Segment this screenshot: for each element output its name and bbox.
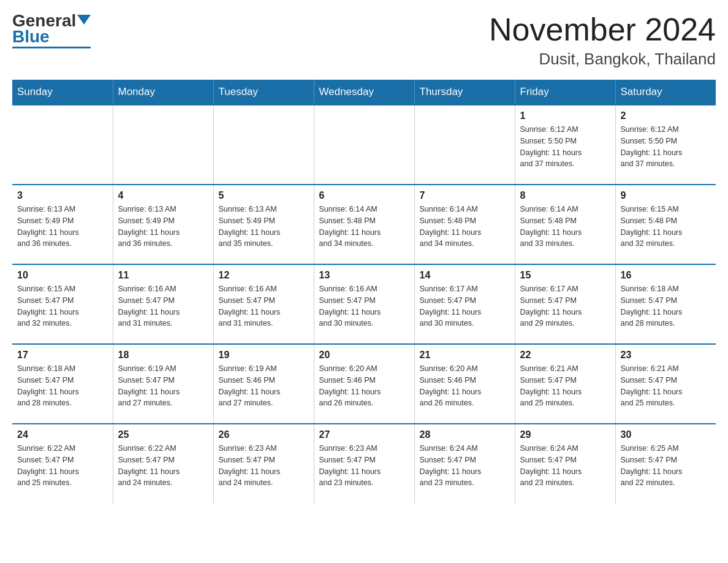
calendar-cell: 1Sunrise: 6:12 AM Sunset: 5:50 PM Daylig… xyxy=(515,105,615,185)
day-number: 19 xyxy=(219,350,309,361)
day-number: 18 xyxy=(118,350,208,361)
calendar-cell: 9Sunrise: 6:15 AM Sunset: 5:48 PM Daylig… xyxy=(615,185,716,264)
logo-underline xyxy=(12,47,91,48)
calendar-cell: 30Sunrise: 6:25 AM Sunset: 5:47 PM Dayli… xyxy=(615,424,716,504)
calendar-cell: 10Sunrise: 6:15 AM Sunset: 5:47 PM Dayli… xyxy=(12,264,113,344)
calendar-cell: 24Sunrise: 6:22 AM Sunset: 5:47 PM Dayli… xyxy=(12,424,113,504)
weekday-header-saturday: Saturday xyxy=(615,80,716,105)
calendar-week-row: 24Sunrise: 6:22 AM Sunset: 5:47 PM Dayli… xyxy=(12,424,716,504)
calendar-cell: 25Sunrise: 6:22 AM Sunset: 5:47 PM Dayli… xyxy=(113,424,213,504)
calendar-cell: 26Sunrise: 6:23 AM Sunset: 5:47 PM Dayli… xyxy=(213,424,314,504)
weekday-header-wednesday: Wednesday xyxy=(314,80,414,105)
calendar-cell: 16Sunrise: 6:18 AM Sunset: 5:47 PM Dayli… xyxy=(615,264,716,344)
calendar-cell: 22Sunrise: 6:21 AM Sunset: 5:47 PM Dayli… xyxy=(515,344,615,424)
day-number: 9 xyxy=(621,190,711,201)
logo-blue-text: Blue xyxy=(12,28,50,45)
calendar-cell xyxy=(414,105,515,185)
day-sun-info: Sunrise: 6:13 AM Sunset: 5:49 PM Dayligh… xyxy=(118,204,208,250)
title-block: November 2024 Dusit, Bangkok, Thailand xyxy=(489,12,716,69)
day-sun-info: Sunrise: 6:19 AM Sunset: 5:46 PM Dayligh… xyxy=(219,363,309,409)
day-number: 3 xyxy=(17,190,108,201)
day-number: 17 xyxy=(17,350,108,361)
weekday-header-friday: Friday xyxy=(515,80,615,105)
day-number: 29 xyxy=(520,429,610,440)
calendar-table: SundayMondayTuesdayWednesdayThursdayFrid… xyxy=(12,80,716,504)
day-sun-info: Sunrise: 6:15 AM Sunset: 5:48 PM Dayligh… xyxy=(621,204,711,250)
calendar-cell xyxy=(113,105,213,185)
day-number: 5 xyxy=(219,190,309,201)
calendar-cell: 21Sunrise: 6:20 AM Sunset: 5:46 PM Dayli… xyxy=(414,344,515,424)
calendar-cell: 28Sunrise: 6:24 AM Sunset: 5:47 PM Dayli… xyxy=(414,424,515,504)
day-number: 4 xyxy=(118,190,208,201)
svg-marker-0 xyxy=(77,15,91,25)
day-number: 2 xyxy=(621,110,711,121)
day-sun-info: Sunrise: 6:13 AM Sunset: 5:49 PM Dayligh… xyxy=(219,204,309,250)
calendar-cell: 8Sunrise: 6:14 AM Sunset: 5:48 PM Daylig… xyxy=(515,185,615,264)
calendar-week-row: 1Sunrise: 6:12 AM Sunset: 5:50 PM Daylig… xyxy=(12,105,716,185)
day-sun-info: Sunrise: 6:20 AM Sunset: 5:46 PM Dayligh… xyxy=(420,363,510,409)
day-sun-info: Sunrise: 6:22 AM Sunset: 5:47 PM Dayligh… xyxy=(118,443,208,489)
calendar-cell: 6Sunrise: 6:14 AM Sunset: 5:48 PM Daylig… xyxy=(314,185,414,264)
calendar-cell: 17Sunrise: 6:18 AM Sunset: 5:47 PM Dayli… xyxy=(12,344,113,424)
calendar-cell: 13Sunrise: 6:16 AM Sunset: 5:47 PM Dayli… xyxy=(314,264,414,344)
day-number: 11 xyxy=(118,270,208,281)
day-number: 25 xyxy=(118,429,208,440)
calendar-cell: 27Sunrise: 6:23 AM Sunset: 5:47 PM Dayli… xyxy=(314,424,414,504)
day-sun-info: Sunrise: 6:21 AM Sunset: 5:47 PM Dayligh… xyxy=(621,363,711,409)
day-sun-info: Sunrise: 6:16 AM Sunset: 5:47 PM Dayligh… xyxy=(319,283,409,329)
day-number: 23 xyxy=(621,350,711,361)
location-title: Dusit, Bangkok, Thailand xyxy=(489,50,716,69)
calendar-cell: 20Sunrise: 6:20 AM Sunset: 5:46 PM Dayli… xyxy=(314,344,414,424)
day-sun-info: Sunrise: 6:14 AM Sunset: 5:48 PM Dayligh… xyxy=(319,204,409,250)
calendar-cell: 29Sunrise: 6:24 AM Sunset: 5:47 PM Dayli… xyxy=(515,424,615,504)
calendar-cell: 7Sunrise: 6:14 AM Sunset: 5:48 PM Daylig… xyxy=(414,185,515,264)
weekday-header-sunday: Sunday xyxy=(12,80,113,105)
day-number: 16 xyxy=(621,270,711,281)
day-sun-info: Sunrise: 6:19 AM Sunset: 5:47 PM Dayligh… xyxy=(118,363,208,409)
day-sun-info: Sunrise: 6:12 AM Sunset: 5:50 PM Dayligh… xyxy=(520,124,610,170)
calendar-cell: 5Sunrise: 6:13 AM Sunset: 5:49 PM Daylig… xyxy=(213,185,314,264)
day-number: 12 xyxy=(219,270,309,281)
calendar-week-row: 3Sunrise: 6:13 AM Sunset: 5:49 PM Daylig… xyxy=(12,185,716,264)
day-number: 22 xyxy=(520,350,610,361)
day-sun-info: Sunrise: 6:18 AM Sunset: 5:47 PM Dayligh… xyxy=(621,283,711,329)
logo-triangle-icon xyxy=(77,15,91,27)
calendar-cell: 3Sunrise: 6:13 AM Sunset: 5:49 PM Daylig… xyxy=(12,185,113,264)
day-sun-info: Sunrise: 6:14 AM Sunset: 5:48 PM Dayligh… xyxy=(420,204,510,250)
day-sun-info: Sunrise: 6:20 AM Sunset: 5:46 PM Dayligh… xyxy=(319,363,409,409)
day-number: 6 xyxy=(319,190,409,201)
day-number: 13 xyxy=(319,270,409,281)
day-number: 24 xyxy=(17,429,108,440)
calendar-cell: 18Sunrise: 6:19 AM Sunset: 5:47 PM Dayli… xyxy=(113,344,213,424)
day-sun-info: Sunrise: 6:14 AM Sunset: 5:48 PM Dayligh… xyxy=(520,204,610,250)
calendar-cell: 15Sunrise: 6:17 AM Sunset: 5:47 PM Dayli… xyxy=(515,264,615,344)
day-number: 14 xyxy=(420,270,510,281)
calendar-cell xyxy=(12,105,113,185)
day-sun-info: Sunrise: 6:21 AM Sunset: 5:47 PM Dayligh… xyxy=(520,363,610,409)
day-sun-info: Sunrise: 6:16 AM Sunset: 5:47 PM Dayligh… xyxy=(219,283,309,329)
calendar-cell: 23Sunrise: 6:21 AM Sunset: 5:47 PM Dayli… xyxy=(615,344,716,424)
page-header: General Blue November 2024 Dusit, Bangko… xyxy=(12,12,716,69)
month-year-title: November 2024 xyxy=(489,12,716,47)
weekday-header-thursday: Thursday xyxy=(414,80,515,105)
calendar-cell xyxy=(213,105,314,185)
day-sun-info: Sunrise: 6:15 AM Sunset: 5:47 PM Dayligh… xyxy=(17,283,108,329)
day-number: 21 xyxy=(420,350,510,361)
calendar-cell: 12Sunrise: 6:16 AM Sunset: 5:47 PM Dayli… xyxy=(213,264,314,344)
calendar-cell: 4Sunrise: 6:13 AM Sunset: 5:49 PM Daylig… xyxy=(113,185,213,264)
day-sun-info: Sunrise: 6:13 AM Sunset: 5:49 PM Dayligh… xyxy=(17,204,108,250)
calendar-cell: 2Sunrise: 6:12 AM Sunset: 5:50 PM Daylig… xyxy=(615,105,716,185)
weekday-header-row: SundayMondayTuesdayWednesdayThursdayFrid… xyxy=(12,80,716,105)
day-number: 26 xyxy=(219,429,309,440)
calendar-cell: 19Sunrise: 6:19 AM Sunset: 5:46 PM Dayli… xyxy=(213,344,314,424)
day-sun-info: Sunrise: 6:12 AM Sunset: 5:50 PM Dayligh… xyxy=(621,124,711,170)
day-sun-info: Sunrise: 6:17 AM Sunset: 5:47 PM Dayligh… xyxy=(520,283,610,329)
weekday-header-tuesday: Tuesday xyxy=(213,80,314,105)
day-sun-info: Sunrise: 6:18 AM Sunset: 5:47 PM Dayligh… xyxy=(17,363,108,409)
calendar-week-row: 17Sunrise: 6:18 AM Sunset: 5:47 PM Dayli… xyxy=(12,344,716,424)
day-sun-info: Sunrise: 6:23 AM Sunset: 5:47 PM Dayligh… xyxy=(219,443,309,489)
day-number: 8 xyxy=(520,190,610,201)
calendar-cell: 14Sunrise: 6:17 AM Sunset: 5:47 PM Dayli… xyxy=(414,264,515,344)
day-number: 1 xyxy=(520,110,610,121)
day-sun-info: Sunrise: 6:22 AM Sunset: 5:47 PM Dayligh… xyxy=(17,443,108,489)
